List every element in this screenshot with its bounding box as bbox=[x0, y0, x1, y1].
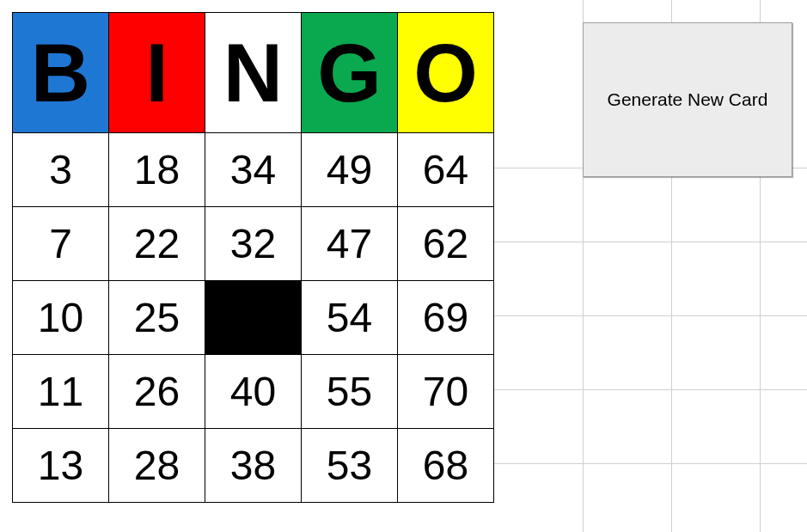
cell-b3[interactable]: 10 bbox=[13, 281, 109, 355]
cell-b2[interactable]: 7 bbox=[13, 207, 109, 281]
cell-g3[interactable]: 54 bbox=[302, 281, 398, 355]
generate-new-card-button[interactable]: Generate New Card bbox=[583, 22, 792, 177]
cell-i5[interactable]: 28 bbox=[109, 429, 205, 503]
header-n: N bbox=[205, 13, 302, 133]
free-cell[interactable] bbox=[205, 281, 302, 355]
cell-b1[interactable]: 3 bbox=[13, 133, 109, 207]
cell-o2[interactable]: 62 bbox=[398, 207, 494, 281]
cell-n5[interactable]: 38 bbox=[205, 429, 302, 503]
cell-i2[interactable]: 22 bbox=[109, 207, 205, 281]
cell-n1[interactable]: 34 bbox=[205, 133, 302, 207]
header-o: O bbox=[398, 13, 494, 133]
table-row: 7 22 32 47 62 bbox=[13, 207, 494, 281]
cell-i4[interactable]: 26 bbox=[109, 355, 205, 429]
cell-g2[interactable]: 47 bbox=[302, 207, 398, 281]
cell-i3[interactable]: 25 bbox=[109, 281, 205, 355]
cell-g5[interactable]: 53 bbox=[302, 429, 398, 503]
header-b: B bbox=[13, 13, 109, 133]
cell-o5[interactable]: 68 bbox=[398, 429, 494, 503]
header-g: G bbox=[302, 13, 398, 133]
cell-n4[interactable]: 40 bbox=[205, 355, 302, 429]
bingo-header-row: B I N G O bbox=[13, 13, 494, 133]
cell-o4[interactable]: 70 bbox=[398, 355, 494, 429]
table-row: 10 25 54 69 bbox=[13, 281, 494, 355]
cell-n2[interactable]: 32 bbox=[205, 207, 302, 281]
cell-o3[interactable]: 69 bbox=[398, 281, 494, 355]
table-row: 3 18 34 49 64 bbox=[13, 133, 494, 207]
bingo-card: B I N G O 3 18 34 49 64 7 22 32 47 62 bbox=[12, 12, 494, 503]
cell-g4[interactable]: 55 bbox=[302, 355, 398, 429]
cell-b4[interactable]: 11 bbox=[13, 355, 109, 429]
header-i: I bbox=[109, 13, 205, 133]
cell-b5[interactable]: 13 bbox=[13, 429, 109, 503]
cell-i1[interactable]: 18 bbox=[109, 133, 205, 207]
cell-g1[interactable]: 49 bbox=[302, 133, 398, 207]
table-row: 11 26 40 55 70 bbox=[13, 355, 494, 429]
table-row: 13 28 38 53 68 bbox=[13, 429, 494, 503]
cell-o1[interactable]: 64 bbox=[398, 133, 494, 207]
